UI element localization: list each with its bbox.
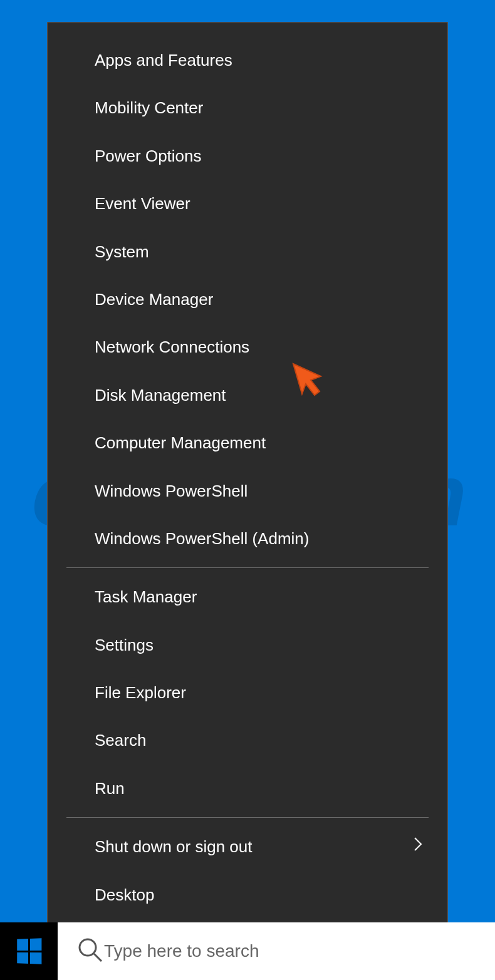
- menu-separator: [66, 817, 429, 818]
- menu-item-windows-powershell-admin[interactable]: Windows PowerShell (Admin): [48, 515, 447, 562]
- menu-item-device-manager[interactable]: Device Manager: [48, 276, 447, 323]
- menu-separator: [66, 567, 429, 568]
- menu-item-label: Windows PowerShell (Admin): [95, 527, 309, 550]
- menu-item-disk-management[interactable]: Disk Management: [48, 371, 447, 419]
- search-placeholder: Type here to search: [104, 941, 259, 961]
- start-button[interactable]: [0, 922, 58, 980]
- search-icon: [76, 936, 104, 966]
- menu-item-power-options[interactable]: Power Options: [48, 132, 447, 180]
- menu-item-computer-management[interactable]: Computer Management: [48, 419, 447, 467]
- menu-item-label: Power Options: [95, 145, 202, 167]
- menu-item-label: Search: [95, 729, 146, 751]
- menu-item-task-manager[interactable]: Task Manager: [48, 573, 447, 621]
- menu-item-label: Shut down or sign out: [95, 835, 253, 858]
- menu-item-search[interactable]: Search: [48, 716, 447, 764]
- menu-item-apps-features[interactable]: Apps and Features: [48, 36, 447, 84]
- svg-point-0: [80, 939, 96, 956]
- menu-item-label: System: [95, 240, 149, 263]
- menu-item-label: Run: [95, 777, 125, 800]
- menu-item-event-viewer[interactable]: Event Viewer: [48, 180, 447, 227]
- menu-item-label: Device Manager: [95, 288, 213, 311]
- menu-item-label: Computer Management: [95, 431, 266, 454]
- menu-item-label: Event Viewer: [95, 192, 190, 215]
- menu-item-label: Mobility Center: [95, 96, 203, 119]
- menu-item-file-explorer[interactable]: File Explorer: [48, 669, 447, 716]
- chevron-right-icon: [414, 837, 422, 857]
- menu-item-network-connections[interactable]: Network Connections: [48, 323, 447, 371]
- menu-item-label: Apps and Features: [95, 49, 232, 71]
- menu-item-label: Desktop: [95, 884, 154, 906]
- windows-logo-icon: [17, 938, 41, 964]
- menu-item-label: Task Manager: [95, 585, 197, 608]
- menu-item-settings[interactable]: Settings: [48, 621, 447, 669]
- svg-line-1: [94, 954, 102, 961]
- taskbar-search[interactable]: Type here to search: [58, 922, 495, 980]
- menu-item-run[interactable]: Run: [48, 765, 447, 812]
- menu-item-desktop[interactable]: Desktop: [48, 871, 447, 919]
- menu-item-label: Settings: [95, 634, 154, 656]
- menu-item-shut-down[interactable]: Shut down or sign out: [48, 823, 447, 870]
- menu-item-label: Network Connections: [95, 336, 249, 358]
- menu-item-system[interactable]: System: [48, 228, 447, 276]
- winx-context-menu: Apps and Features Mobility Center Power …: [47, 22, 448, 933]
- menu-item-label: Windows PowerShell: [95, 480, 248, 502]
- taskbar: Type here to search: [0, 922, 495, 980]
- menu-item-mobility-center[interactable]: Mobility Center: [48, 84, 447, 132]
- menu-item-label: Disk Management: [95, 384, 226, 406]
- menu-item-windows-powershell[interactable]: Windows PowerShell: [48, 467, 447, 515]
- menu-item-label: File Explorer: [95, 681, 186, 704]
